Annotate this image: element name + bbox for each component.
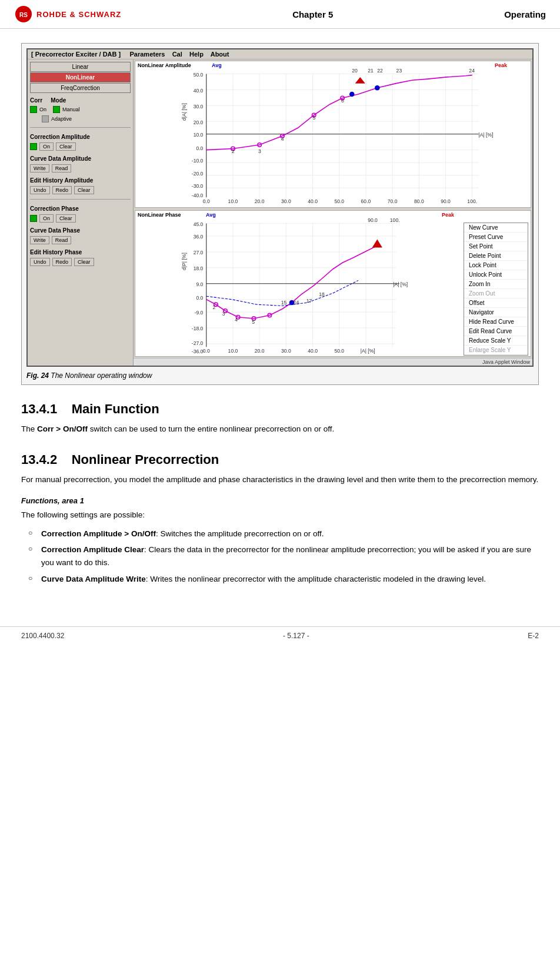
svg-text:5: 5: [252, 318, 255, 324]
amplitude-svg: 50.0 40.0 30.0 20.0 10.0 0.0 -10.0 -20.0…: [135, 61, 531, 207]
ctx-zoom-out[interactable]: Zoom Out: [464, 289, 528, 298]
svg-text:15: 15: [281, 300, 287, 306]
edit-history-phase-row: Undo Redo Clear: [30, 258, 131, 266]
svg-text:70.0: 70.0: [388, 198, 398, 204]
svg-text:100.: 100.: [467, 198, 477, 204]
phase-clear-hist-button[interactable]: Clear: [74, 258, 94, 266]
amp-write-button[interactable]: Write: [30, 164, 49, 172]
svg-text:24: 24: [469, 68, 475, 74]
menu-about[interactable]: About: [211, 51, 229, 58]
ctx-unlock-point[interactable]: Unlock Point: [464, 270, 528, 280]
curve-data-amplitude-row: Write Read: [30, 164, 131, 172]
graph-amplitude: NonLinear Amplitude Avg Peak: [135, 61, 531, 208]
section-1341-body: The Corr > On/Off switch can be used to …: [21, 423, 539, 436]
svg-text:40.0: 40.0: [308, 348, 318, 354]
svg-text:-27.0: -27.0: [192, 340, 204, 346]
chapter-label: Chapter 5: [292, 9, 333, 19]
phase-read-button[interactable]: Read: [52, 236, 72, 244]
svg-text:20.0: 20.0: [255, 348, 265, 354]
ctx-hide-read-curve[interactable]: Hide Read Curve: [464, 317, 528, 327]
adaptive-indicator: [42, 115, 49, 122]
svg-text:45.0: 45.0: [194, 221, 204, 227]
svg-text:22: 22: [377, 68, 383, 74]
svg-point-58: [349, 92, 355, 97]
peak-label-bottom: Peak: [442, 212, 454, 218]
section-label: Operating: [504, 9, 546, 19]
ctx-enlarge-scale-y[interactable]: Enlarge Scale Y: [464, 346, 528, 355]
figure-container: [ Precorrector Exciter / DAB ] Parameter…: [21, 43, 539, 385]
svg-text:|A| [%]: |A| [%]: [361, 348, 375, 354]
svg-text:0.0: 0.0: [203, 348, 210, 354]
context-menu: New Curve Preset Curve Set Point Delete …: [464, 223, 528, 356]
phase-undo-button[interactable]: Undo: [30, 258, 50, 266]
ctx-reduce-scale-y[interactable]: Reduce Scale Y: [464, 336, 528, 346]
manual-label: Manual: [62, 107, 80, 112]
svg-text:-20.0: -20.0: [192, 171, 204, 177]
svg-text:4: 4: [281, 136, 284, 142]
ctx-offset[interactable]: Offset: [464, 298, 528, 308]
corr-mode-row: Corr Mode: [30, 97, 131, 104]
ctx-lock-point[interactable]: Lock Point: [464, 261, 528, 270]
section-1342-body: For manual precorrection, you model the …: [21, 473, 539, 486]
amp-undo-button[interactable]: Undo: [30, 186, 50, 194]
corr-bold-term: Corr > On/Off: [37, 424, 88, 433]
svg-point-59: [375, 85, 380, 91]
svg-text:100.: 100.: [390, 217, 400, 223]
svg-text:20.0: 20.0: [194, 120, 204, 125]
tab-group: Linear NonLinear FreqCorrection: [30, 62, 131, 93]
bullet-bold-0: Correction Amplitude > On/Off: [41, 529, 156, 538]
app-window: [ Precorrector Exciter / DAB ] Parameter…: [26, 48, 534, 367]
svg-text:2: 2: [213, 304, 216, 310]
menu-help[interactable]: Help: [189, 51, 204, 58]
page-footer: 2100.4400.32 - 5.127 - E-2: [0, 626, 560, 645]
amp-on-button[interactable]: On: [39, 142, 54, 151]
svg-text:30.0: 30.0: [194, 104, 204, 109]
correction-amplitude-label: Correction Amplitude: [30, 134, 131, 140]
tab-nonlinear[interactable]: NonLinear: [30, 72, 131, 82]
svg-text:18.0: 18.0: [194, 266, 204, 271]
svg-text:-30.0: -30.0: [192, 183, 204, 189]
tab-freqcorrection[interactable]: FreqCorrection: [30, 83, 131, 93]
footer-right: E-2: [528, 632, 539, 640]
ctx-zoom-in[interactable]: Zoom In: [464, 280, 528, 289]
phase-clear-button[interactable]: Clear: [56, 214, 76, 223]
peak-label-top: Peak: [495, 62, 507, 68]
ctx-navigator[interactable]: Navigator: [464, 308, 528, 317]
menu-parameters[interactable]: Parameters: [130, 51, 165, 58]
ctx-delete-point[interactable]: Delete Point: [464, 251, 528, 261]
app-body: Linear NonLinear FreqCorrection Corr Mod…: [28, 59, 532, 366]
ctx-set-point[interactable]: Set Point: [464, 242, 528, 251]
phase-on-button[interactable]: On: [39, 214, 54, 223]
ctx-preset-curve[interactable]: Preset Curve: [464, 233, 528, 242]
amp-redo-button[interactable]: Redo: [52, 186, 72, 194]
amp-read-button[interactable]: Read: [52, 164, 72, 172]
menu-cal[interactable]: Cal: [172, 51, 182, 58]
svg-text:27.0: 27.0: [194, 250, 204, 255]
list-item-0: Correction Amplitude > On/Off: Switches …: [28, 527, 539, 540]
divider1: [30, 127, 131, 128]
following-text: The following settings are possible:: [21, 509, 539, 522]
footer-center: - 5.127 -: [283, 632, 309, 640]
footer-left: 2100.4400.32: [21, 632, 64, 640]
curve-data-phase-row: Write Read: [30, 236, 131, 244]
amp-on-indicator: [30, 143, 37, 150]
bullet-bold-1: Correction Amplitude Clear: [41, 545, 144, 554]
svg-text:30.0: 30.0: [281, 348, 291, 354]
graph-phase-title: NonLinear Phase: [138, 212, 181, 218]
amp-clear-button[interactable]: Clear: [56, 142, 76, 151]
svg-text:21: 21: [368, 68, 374, 74]
ctx-new-curve[interactable]: New Curve: [464, 223, 528, 233]
amp-clear-hist-button[interactable]: Clear: [74, 186, 94, 194]
ctx-edit-read-curve[interactable]: Edit Read Curve: [464, 327, 528, 336]
svg-text:d|P| [%]: d|P| [%]: [181, 253, 187, 270]
svg-text:17: 17: [306, 298, 312, 304]
tab-linear[interactable]: Linear: [30, 62, 131, 72]
figure-caption: Fig. 24 The Nonlinear operating window: [26, 371, 534, 380]
phase-write-button[interactable]: Write: [30, 236, 49, 244]
adaptive-row: Adaptive: [30, 115, 131, 122]
corr-label: Corr: [30, 97, 42, 104]
edit-history-phase-label: Edit History Phase: [30, 249, 131, 255]
phase-redo-button[interactable]: Redo: [52, 258, 72, 266]
adaptive-label: Adaptive: [51, 116, 72, 122]
svg-text:9.0: 9.0: [196, 281, 203, 287]
